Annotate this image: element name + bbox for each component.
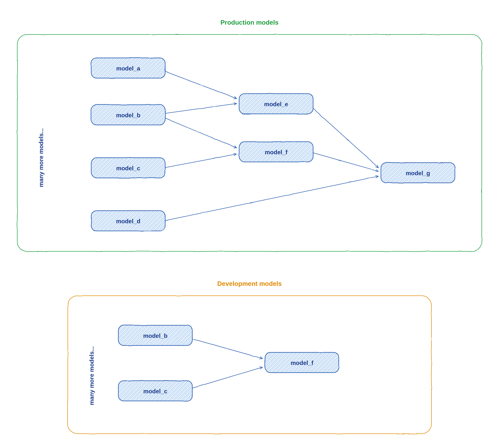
node-label: model_c — [116, 165, 140, 172]
development-side-note: many more models... — [88, 346, 95, 405]
edge-dev-c-f — [192, 367, 263, 388]
node-model-e: model_e — [239, 94, 313, 114]
node-model-d: model_d — [91, 211, 165, 231]
node-model-a: model_a — [91, 58, 165, 78]
development-group-frame — [68, 296, 431, 434]
node-label: model_f — [265, 149, 288, 155]
dev-node-model-c: model_c — [118, 381, 192, 401]
edge-a-e — [165, 71, 237, 99]
node-model-g: model_g — [381, 163, 455, 183]
node-model-c: model_c — [91, 158, 165, 178]
node-label: model_b — [143, 332, 168, 339]
dev-node-model-f: model_f — [265, 352, 339, 373]
edge-dev-b-f — [192, 339, 263, 359]
edge-e-g — [313, 108, 378, 168]
node-label: model_a — [116, 65, 140, 72]
node-model-f: model_f — [239, 142, 313, 162]
node-model-b: model_b — [91, 105, 165, 125]
dev-node-model-b: model_b — [118, 325, 192, 345]
development-title: Development models — [217, 280, 282, 287]
edge-f-g — [313, 153, 378, 171]
edge-b-f — [165, 118, 237, 148]
node-label: model_e — [264, 101, 288, 107]
node-label: model_f — [291, 360, 314, 366]
edge-c-f — [165, 154, 237, 168]
node-label: model_b — [116, 112, 141, 119]
production-title: Production models — [220, 19, 278, 26]
node-label: model_c — [143, 388, 167, 395]
node-label: model_g — [406, 170, 430, 176]
production-side-note: many more models... — [38, 128, 44, 187]
edge-d-g — [165, 176, 378, 221]
node-label: model_d — [116, 218, 141, 224]
edge-b-e — [165, 103, 237, 113]
development-edges — [192, 339, 263, 388]
